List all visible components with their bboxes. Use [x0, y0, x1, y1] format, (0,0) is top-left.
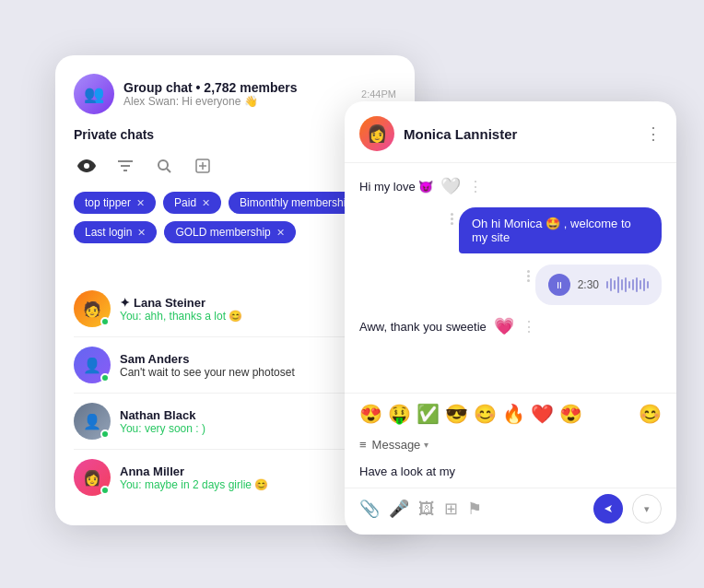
tag-label: top tipper — [85, 196, 131, 209]
message-type-row: ≡ Message ▾ — [345, 432, 676, 459]
grid-icon[interactable]: ⊞ — [444, 499, 458, 519]
group-info: Group chat • 2,782 members Alex Swan: Hi… — [123, 80, 361, 108]
online-indicator-lana — [100, 317, 110, 326]
message-type-icon: ≡ — [359, 438, 367, 452]
msg-dots-audio[interactable] — [527, 270, 530, 282]
message-type-selector[interactable]: Message ▾ — [372, 438, 429, 452]
chat-item-info-anna: Anna Miller You: maybe in 2 days girlie … — [120, 465, 354, 491]
msg-bubble-text: Oh hi Monica 🤩 , welcome to my site — [472, 217, 631, 244]
chat-item-info-nathan: Nathan Black You: very soon : ) — [120, 408, 354, 435]
emoji-check[interactable]: ✅ — [417, 403, 440, 425]
input-area — [345, 459, 676, 488]
chat-star-icon: ✦ — [120, 296, 130, 310]
group-title: Group chat • 2,782 members — [123, 80, 361, 95]
message-input[interactable] — [359, 465, 662, 478]
tag-label: Paid — [174, 196, 196, 209]
messages-area: Hi my love 😈 🤍 ⋮ Oh hi Monica 🤩 , welcom… — [345, 163, 676, 393]
filter-icon[interactable] — [112, 153, 138, 179]
message-type-chevron-icon: ▾ — [424, 440, 428, 450]
cards-container: 👥 Group chat • 2,782 members Alex Swan: … — [0, 0, 704, 588]
emoji-money[interactable]: 🤑 — [388, 403, 411, 425]
greeting-more-icon[interactable]: ⋮ — [468, 178, 483, 195]
group-time: 2:44PM — [361, 88, 396, 100]
chat-avatar-lana-wrap: 🧑 — [74, 290, 111, 327]
emoji-smile[interactable]: 😊 — [474, 403, 497, 425]
tag-remove-last-login[interactable]: ✕ — [137, 227, 146, 239]
emoji-heart[interactable]: ❤️ — [531, 403, 554, 425]
chat-header-avatar: 👩 — [359, 116, 394, 151]
chat-header: 👩 Monica Lannister ⋮ — [345, 101, 676, 163]
chat-msg-nathan: You: very soon : ) — [120, 422, 354, 435]
msg-plain-heart-icon: 💗 — [494, 316, 514, 336]
tag-last-login[interactable]: Last login ✕ — [74, 221, 157, 243]
group-avatar: 👥 — [74, 74, 114, 114]
tag-top-tipper[interactable]: top tipper ✕ — [74, 192, 156, 214]
tag-remove-gold[interactable]: ✕ — [276, 227, 285, 239]
chat-msg-lana: You: ahh, thanks a lot 😊 — [120, 310, 354, 323]
tag-remove-paid[interactable]: ✕ — [202, 197, 210, 209]
chat-name-lana: ✦ Lana Steiner — [120, 296, 354, 310]
tag-paid[interactable]: Paid ✕ — [163, 192, 221, 214]
msg-plain-more-icon[interactable]: ⋮ — [522, 318, 536, 335]
greeting-text: Hi my love 😈 — [359, 180, 433, 194]
greeting-row: Hi my love 😈 🤍 ⋮ — [359, 176, 662, 196]
emoji-more-button[interactable]: 😊 — [639, 403, 662, 425]
emoji-heart-eyes[interactable]: 😍 — [559, 403, 582, 425]
audio-duration: 2:30 — [578, 278, 599, 291]
bottom-toolbar: 📎 🎤 🖼 ⊞ ⚑ ▾ — [345, 488, 676, 535]
emoji-toolbar: 😍 🤑 ✅ 😎 😊 🔥 ❤️ 😍 😊 — [345, 393, 676, 432]
online-indicator-sam — [100, 373, 110, 382]
chat-msg-anna: You: maybe in 2 days girlie 😊 — [120, 478, 354, 491]
msg-row-audio: ⏸ 2:30 — [359, 265, 662, 305]
online-indicator-anna — [100, 486, 110, 495]
chat-avatar-sam-wrap: 👤 — [74, 347, 111, 383]
send-button[interactable] — [593, 494, 623, 523]
flag-icon[interactable]: ⚑ — [467, 499, 482, 519]
chat-avatar-anna-wrap: 👩 — [74, 459, 111, 496]
msg-row-plain: Aww, thank you sweetie 💗 ⋮ — [359, 316, 662, 336]
msg-plain-text: Aww, thank you sweetie — [359, 320, 487, 334]
message-type-label: Message — [372, 438, 421, 452]
expand-button[interactable]: ▾ — [632, 494, 662, 523]
media-icon[interactable]: 🖼 — [418, 500, 435, 519]
chat-avatar-nathan-wrap: 👤 — [74, 403, 111, 440]
msg-bubble-audio[interactable]: ⏸ 2:30 — [535, 265, 662, 305]
audio-waveform — [606, 276, 649, 294]
group-subtitle: Alex Swan: Hi everyone 👋 — [123, 95, 361, 108]
more-options-icon[interactable]: ⋮ — [645, 123, 662, 144]
tag-gold[interactable]: GOLD membership ✕ — [164, 221, 295, 243]
chat-header-name: Monica Lannister — [404, 126, 645, 142]
svg-point-0 — [84, 163, 89, 169]
tag-remove-top-tipper[interactable]: ✕ — [136, 197, 145, 209]
eye-icon[interactable] — [74, 153, 100, 179]
chat-name-anna: Anna Miller — [120, 465, 354, 478]
chat-msg-sam: Can't wait to see your new photoset — [120, 366, 354, 379]
tag-label: GOLD membership — [175, 226, 270, 239]
heart-icon: 🤍 — [440, 176, 461, 196]
msg-row-bubble: Oh hi Monica 🤩 , welcome to my site — [359, 207, 662, 253]
msg-dots-bubble[interactable] — [451, 213, 453, 225]
chat-name-nathan: Nathan Black — [120, 408, 354, 422]
right-card: 👩 Monica Lannister ⋮ Hi my love 😈 🤍 ⋮ Oh… — [345, 101, 676, 535]
tag-label: Bimonthly membership — [240, 196, 352, 209]
svg-line-5 — [167, 169, 170, 172]
attachment-icon[interactable]: 📎 — [359, 499, 380, 519]
chat-header-actions: ⋮ — [645, 123, 662, 144]
emoji-cool[interactable]: 😎 — [445, 403, 468, 425]
emoji-fire[interactable]: 🔥 — [502, 403, 525, 425]
tag-label: Last login — [85, 226, 132, 239]
svg-point-4 — [158, 160, 168, 170]
emoji-face-love[interactable]: 😍 — [359, 403, 382, 425]
edit-icon[interactable] — [190, 153, 216, 179]
microphone-icon[interactable]: 🎤 — [389, 499, 409, 519]
chat-item-info-sam: Sam Anders Can't wait to see your new ph… — [120, 352, 354, 379]
online-indicator-nathan — [100, 429, 110, 439]
audio-play-button[interactable]: ⏸ — [548, 274, 570, 296]
search-icon[interactable] — [151, 153, 177, 179]
chat-item-info-lana: ✦ Lana Steiner You: ahh, thanks a lot 😊 — [120, 296, 354, 323]
chat-name-sam: Sam Anders — [120, 352, 354, 366]
msg-bubble-welcome: Oh hi Monica 🤩 , welcome to my site — [459, 207, 662, 253]
